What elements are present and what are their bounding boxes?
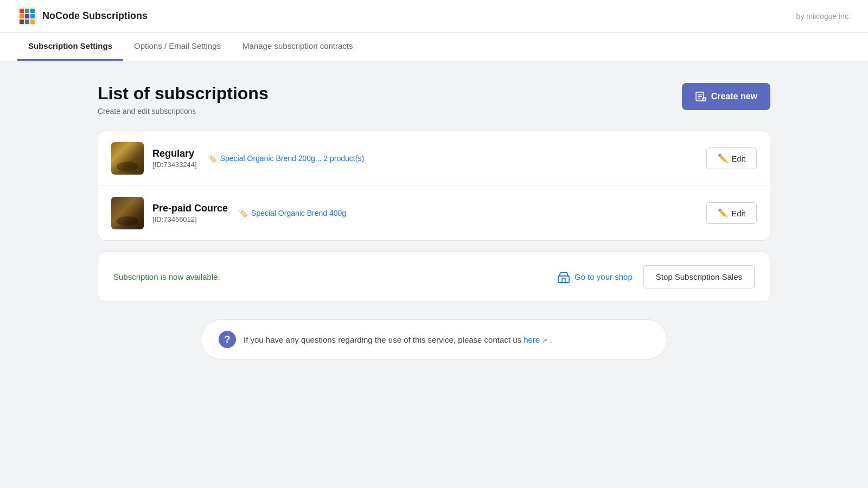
page-subtitle: Create and edit subscriptions xyxy=(98,107,269,115)
svg-rect-1 xyxy=(20,9,24,13)
subscription-thumbnail xyxy=(111,197,144,229)
subscription-name-id: Pre-paid Cource [ID:73466012] xyxy=(152,203,228,223)
stop-subscription-button[interactable]: Stop Subscription Sales xyxy=(643,265,755,288)
stop-btn-label: Stop Subscription Sales xyxy=(656,272,742,281)
svg-rect-6 xyxy=(30,14,35,18)
subscription-name-id: Regulary [ID:73433244] xyxy=(152,148,197,169)
help-card: ? If you have any questions regarding th… xyxy=(201,319,667,359)
tag-icon: 🏷️ xyxy=(208,154,217,163)
svg-rect-9 xyxy=(30,20,35,24)
subscription-info: Pre-paid Cource [ID:73466012] 🏷️ Special… xyxy=(152,203,698,223)
subscription-name: Regulary xyxy=(152,148,197,159)
svg-rect-5 xyxy=(25,14,29,18)
top-bar: NoCode Subscriptions by mixlogue inc. xyxy=(0,0,868,33)
svg-rect-17 xyxy=(558,276,569,282)
subscription-products-link[interactable]: 🏷️ Special Organic Brend 400g xyxy=(239,209,346,217)
status-available-text: Subscription is now available. xyxy=(113,272,546,281)
subscription-thumbnail xyxy=(111,142,144,175)
subscriptions-list-card: Regulary [ID:73433244] 🏷️ Special Organi… xyxy=(98,131,770,241)
help-text: If you have any questions regarding the … xyxy=(244,335,552,344)
svg-rect-4 xyxy=(20,14,24,18)
subscription-name: Pre-paid Cource xyxy=(152,203,228,214)
help-suffix: . xyxy=(550,335,552,344)
edit-label: Edit xyxy=(731,154,745,163)
subscription-products-label: Special Organic Brend 400g xyxy=(251,209,346,217)
nav-bar: Subscription Settings Options / Email Se… xyxy=(0,33,868,61)
tab-manage-contracts[interactable]: Manage subscription contracts xyxy=(232,33,363,61)
create-new-label: Create new xyxy=(711,92,757,101)
subscription-row: Pre-paid Cource [ID:73466012] 🏷️ Special… xyxy=(98,186,770,240)
help-link[interactable]: here ↗ xyxy=(524,335,550,344)
edit-button-sub1[interactable]: ✏️ Edit xyxy=(706,147,757,169)
edit-icon: ✏️ xyxy=(718,208,728,218)
create-new-button[interactable]: Create new xyxy=(682,83,770,110)
svg-rect-3 xyxy=(30,9,35,13)
subscription-row: Regulary [ID:73433244] 🏷️ Special Organi… xyxy=(98,131,770,186)
tab-subscription-settings[interactable]: Subscription Settings xyxy=(17,33,123,61)
help-text-content: If you have any questions regarding the … xyxy=(244,335,521,344)
svg-rect-18 xyxy=(562,278,565,282)
subscription-id: [ID:73466012] xyxy=(152,215,228,223)
status-card: Subscription is now available. Go to you… xyxy=(98,252,770,302)
help-link-label: here xyxy=(524,335,540,344)
app-title-area: NoCode Subscriptions xyxy=(17,7,148,26)
page-title: List of subscriptions xyxy=(98,83,269,104)
main-content: List of subscriptions Create and edit su… xyxy=(54,61,814,381)
edit-label: Edit xyxy=(731,209,745,218)
tag-icon: 🏷️ xyxy=(239,209,248,217)
shop-link-label: Go to your shop xyxy=(575,272,633,281)
help-icon: ? xyxy=(219,331,236,348)
svg-rect-7 xyxy=(20,20,24,24)
svg-rect-8 xyxy=(25,20,29,24)
svg-rect-2 xyxy=(25,9,29,13)
shop-icon xyxy=(557,271,570,284)
edit-button-sub2[interactable]: ✏️ Edit xyxy=(706,202,757,224)
subscription-info: Regulary [ID:73433244] 🏷️ Special Organi… xyxy=(152,148,698,169)
create-new-icon xyxy=(695,91,707,102)
tab-options-email-settings[interactable]: Options / Email Settings xyxy=(123,33,232,61)
go-to-shop-link[interactable]: Go to your shop xyxy=(557,271,633,284)
app-icon xyxy=(17,7,37,26)
subscription-products-label: Special Organic Brend 200g... 2 product(… xyxy=(220,154,364,163)
subscription-products-link[interactable]: 🏷️ Special Organic Brend 200g... 2 produ… xyxy=(208,154,364,163)
app-byline: by mixlogue inc. xyxy=(796,12,851,21)
app-title: NoCode Subscriptions xyxy=(42,10,148,22)
external-link-icon: ↗ xyxy=(542,337,547,344)
page-title-area: List of subscriptions Create and edit su… xyxy=(98,83,269,115)
subscription-id: [ID:73433244] xyxy=(152,160,197,169)
page-header: List of subscriptions Create and edit su… xyxy=(98,83,770,115)
edit-icon: ✏️ xyxy=(718,153,728,163)
